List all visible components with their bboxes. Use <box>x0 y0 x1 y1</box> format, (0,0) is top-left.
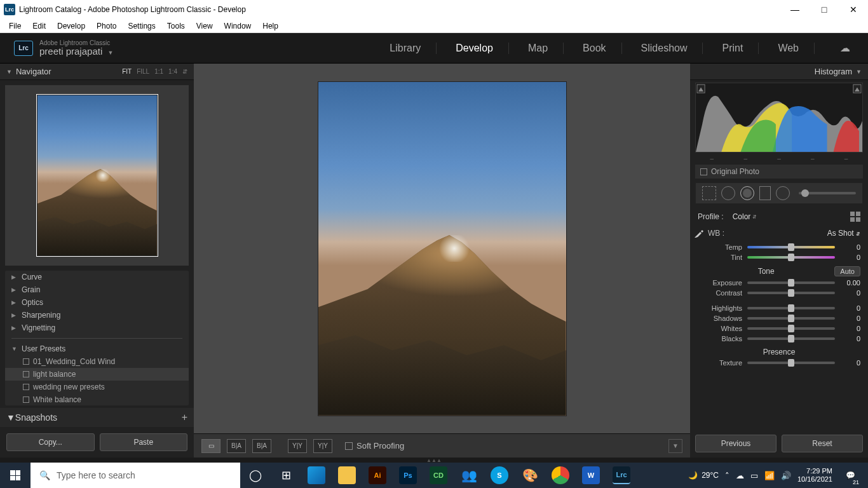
texture-slider[interactable]: Texture0 <box>690 358 868 368</box>
zoom-fill[interactable]: FILL <box>137 68 149 75</box>
shadows-slider[interactable]: Shadows0 <box>690 313 868 323</box>
taskbar-app-chrome[interactable] <box>545 463 576 488</box>
taskbar-app-teams[interactable]: 👥 <box>454 463 484 488</box>
tray-onedrive-icon[interactable]: ☁ <box>736 471 744 480</box>
user-preset-item[interactable]: White balance <box>5 393 189 405</box>
tool-amount-slider[interactable] <box>799 192 856 194</box>
menu-settings[interactable]: Settings <box>123 20 160 32</box>
wb-value-dropdown[interactable]: As Shot ⇵ <box>827 229 860 238</box>
zoom-updown-icon[interactable]: ⇵ <box>182 68 187 75</box>
tray-chevron-up-icon[interactable]: ˄ <box>725 471 729 480</box>
paste-settings-button[interactable]: Paste <box>100 433 188 451</box>
preset-group-sharpening[interactable]: ▶Sharpening <box>5 309 189 322</box>
taskbar-app-word[interactable]: W <box>576 463 606 488</box>
start-button[interactable] <box>0 463 31 488</box>
menu-view[interactable]: View <box>191 20 218 32</box>
zoom-1to1[interactable]: 1:1 <box>154 68 163 75</box>
compare-yy1-button[interactable]: Y|Y <box>288 439 307 453</box>
auto-tone-button[interactable]: Auto <box>834 266 860 276</box>
menu-photo[interactable]: Photo <box>92 20 121 32</box>
taskbar-app-edge[interactable] <box>301 463 332 488</box>
identity-plate[interactable]: Lrc Adobe Lightroom Classic preeti praja… <box>14 39 113 57</box>
snapshots-panel-header[interactable]: ▼ Snapshots + <box>0 408 194 427</box>
taskbar-app-photoshop[interactable]: Ps <box>393 463 423 488</box>
profile-row[interactable]: Profile : Color ⇵ <box>690 209 868 224</box>
user-preset-item[interactable]: light balance <box>5 368 189 381</box>
zoom-fit[interactable]: FIT <box>122 68 132 75</box>
action-center-button[interactable]: 💬 21 <box>839 463 862 488</box>
taskbar-app-paint[interactable]: 🎨 <box>515 463 545 488</box>
minimize-button[interactable]: ― <box>780 0 810 19</box>
masking-tool[interactable] <box>740 186 754 200</box>
module-book[interactable]: Book <box>579 43 621 54</box>
loupe-view-button[interactable]: ▭ <box>201 439 220 453</box>
module-map[interactable]: Map <box>524 43 564 54</box>
cloud-sync-icon[interactable]: ☁ <box>836 42 854 54</box>
toolbar-options-dropdown[interactable]: ▼ <box>668 439 682 453</box>
module-library[interactable]: Library <box>386 43 437 54</box>
menu-window[interactable]: Window <box>219 20 257 32</box>
tray-volume-icon[interactable]: 🔊 <box>781 471 791 480</box>
cortana-icon[interactable]: ◯ <box>240 463 271 488</box>
profile-browser-icon[interactable] <box>850 212 860 222</box>
checkbox-icon <box>700 168 707 175</box>
taskbar-app-skype[interactable]: S <box>484 463 515 488</box>
taskbar-search[interactable]: 🔍 Type here to search <box>31 463 240 488</box>
radial-filter-tool[interactable] <box>776 186 790 200</box>
maximize-button[interactable]: □ <box>810 0 839 19</box>
temp-slider[interactable]: Temp0 <box>690 242 868 252</box>
taskbar-weather[interactable]: 🌙29°C <box>688 471 719 480</box>
module-develop[interactable]: Develop <box>452 43 509 54</box>
tray-battery-icon[interactable]: ▭ <box>750 471 758 480</box>
user-preset-item[interactable]: wedding new presets <box>5 381 189 393</box>
highlights-slider[interactable]: Highlights0 <box>690 303 868 313</box>
menu-tools[interactable]: Tools <box>162 20 190 32</box>
compare-yy2-button[interactable]: Y|Y <box>313 439 332 453</box>
preset-group-optics[interactable]: ▶Optics <box>5 296 189 309</box>
task-view-icon[interactable]: ⊞ <box>271 463 301 488</box>
module-web[interactable]: Web <box>774 43 815 54</box>
taskbar-app-coreldraw[interactable]: CD <box>423 463 454 488</box>
graduated-filter-tool[interactable] <box>759 186 771 200</box>
original-photo-toggle[interactable]: Original Photo <box>695 165 863 179</box>
user-preset-item[interactable]: 01_Wedding_Cold Wind <box>5 355 189 368</box>
contrast-slider[interactable]: Contrast0 <box>690 288 868 298</box>
menu-develop[interactable]: Develop <box>52 20 90 32</box>
copy-settings-button[interactable]: Copy... <box>6 433 95 451</box>
module-print[interactable]: Print <box>718 43 759 54</box>
spot-removal-tool[interactable] <box>721 186 735 200</box>
menu-file[interactable]: File <box>4 20 26 32</box>
soft-proofing-toggle[interactable]: Soft Proofing <box>345 441 404 451</box>
user-presets-group[interactable]: ▼User Presets <box>5 342 189 355</box>
histogram[interactable] <box>695 83 863 152</box>
reset-button[interactable]: Reset <box>782 435 863 452</box>
navigator-panel-header[interactable]: ▼ Navigator FIT FILL 1:1 1:4 ⇵ <box>0 64 194 80</box>
tray-wifi-icon[interactable]: 📶 <box>764 471 775 480</box>
image-canvas[interactable] <box>194 64 690 433</box>
navigator-thumbnail[interactable] <box>5 85 189 266</box>
tint-slider[interactable]: Tint0 <box>690 252 868 262</box>
preset-group-vignetting[interactable]: ▶Vignetting <box>5 322 189 334</box>
taskbar-app-explorer[interactable] <box>332 463 362 488</box>
exposure-slider[interactable]: Exposure0.00 <box>690 278 868 288</box>
close-button[interactable]: ✕ <box>839 0 868 19</box>
menu-edit[interactable]: Edit <box>27 20 51 32</box>
filmstrip-collapse-handle[interactable]: ▲▲▲ <box>0 458 868 463</box>
preset-group-grain[interactable]: ▶Grain <box>5 283 189 296</box>
crop-tool[interactable] <box>702 186 716 200</box>
zoom-ratio[interactable]: 1:4 <box>168 68 177 75</box>
blacks-slider[interactable]: Blacks0 <box>690 334 868 344</box>
before-after-lr-button[interactable]: B|A <box>227 439 246 453</box>
before-after-tb-button[interactable]: B|A <box>252 439 271 453</box>
histogram-panel-header[interactable]: Histogram ▼ <box>690 64 868 80</box>
module-slideshow[interactable]: Slideshow <box>637 43 703 54</box>
add-snapshot-button[interactable]: + <box>182 412 187 423</box>
taskbar-clock[interactable]: 7:29 PM 10/16/2021 <box>797 467 832 484</box>
whites-slider[interactable]: Whites0 <box>690 323 868 334</box>
previous-button[interactable]: Previous <box>695 435 776 452</box>
preset-group-curve[interactable]: ▶Curve <box>5 271 189 283</box>
taskbar-app-illustrator[interactable]: Ai <box>362 463 393 488</box>
taskbar-app-lightroom[interactable]: Lrc <box>606 463 637 488</box>
white-balance-eyedropper[interactable] <box>690 224 708 242</box>
menu-help[interactable]: Help <box>257 20 283 32</box>
